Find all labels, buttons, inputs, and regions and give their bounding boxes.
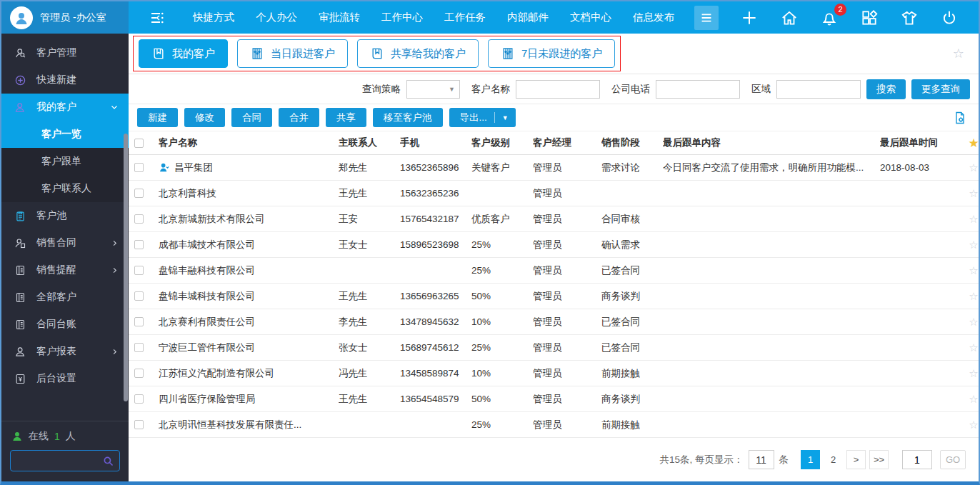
row-checkbox[interactable] — [134, 240, 144, 249]
export-button[interactable]: 导出... ▼ — [449, 108, 516, 127]
table-row[interactable]: 盘锦丰城科技有限公司王先生1365696326550%管理员商务谈判☆ — [129, 284, 979, 309]
nav-item[interactable]: 文档中心 — [570, 11, 611, 24]
page-size-box[interactable]: 11 — [749, 450, 774, 469]
sidebar-scrollbar[interactable] — [124, 134, 128, 401]
table-row[interactable]: 北京明讯恒基科技发展有限责任...25%管理员前期接触☆ — [129, 412, 979, 438]
action-button[interactable]: 合并 — [279, 108, 319, 127]
action-button[interactable]: 新建 — [137, 108, 178, 127]
nav-item[interactable]: 快捷方式 — [193, 11, 234, 24]
nav-item[interactable]: 个人办公 — [256, 11, 297, 24]
row-checkbox[interactable] — [134, 266, 144, 275]
search-button[interactable]: 搜索 — [866, 79, 906, 99]
nav-item[interactable]: 信息发布 — [633, 11, 674, 24]
row-star-icon[interactable]: ☆ — [964, 316, 980, 329]
sidebar-item[interactable]: 全部客户 — [1, 284, 129, 311]
sidebar-item[interactable]: 客户管理 — [1, 39, 129, 66]
company-phone-input[interactable] — [656, 80, 740, 99]
action-button[interactable]: 共享 — [326, 108, 366, 127]
table-row[interactable]: 江苏恒义汽配制造有限公司冯先生1345858987410%管理员前期接触☆ — [129, 361, 979, 386]
select-all-checkbox[interactable] — [134, 139, 144, 148]
region-input[interactable] — [776, 80, 861, 99]
action-button[interactable]: 移至客户池 — [373, 108, 443, 127]
bell-icon[interactable]: 2 — [820, 9, 839, 27]
customer-icon — [14, 47, 26, 59]
sidebar-item[interactable]: 销售提醒 — [1, 256, 129, 284]
stage-cell: 需求讨论 — [601, 161, 663, 174]
row-star-icon[interactable]: ☆ — [964, 341, 980, 354]
tab-button[interactable]: 7日未跟进的客户 — [488, 39, 615, 68]
table-row[interactable]: 四川省医疗保险管理局王先生1365454857950%管理员商务谈判☆ — [129, 386, 979, 412]
table-row[interactable]: 成都丰城技术有限公司王女士1589652369825%管理员确认需求☆ — [129, 232, 979, 258]
plus-icon[interactable] — [740, 9, 759, 27]
sidebar-item[interactable]: 我的客户 — [1, 94, 129, 121]
tab-button[interactable]: 我的客户 — [139, 39, 228, 68]
row-checkbox[interactable] — [134, 343, 144, 352]
tab-button[interactable]: 当日跟进客户 — [237, 39, 348, 68]
action-button[interactable]: 修改 — [184, 108, 225, 127]
strategy-select[interactable]: ▼ — [406, 80, 460, 99]
sidebar-search-input[interactable] — [11, 456, 102, 466]
nav-item[interactable]: 审批流转 — [319, 11, 360, 24]
table-row[interactable]: 北京赛利有限责任公司李先生1347894563210%管理员已签合同☆ — [129, 309, 979, 335]
sidebar-subitem[interactable]: 客户跟单 — [1, 148, 129, 175]
star-column-header-icon[interactable]: ★ — [964, 136, 980, 151]
row-checkbox[interactable] — [134, 369, 144, 378]
apps-icon[interactable] — [860, 9, 879, 27]
row-star-icon[interactable]: ☆ — [964, 419, 980, 431]
sidebar-item[interactable]: 客户池 — [1, 202, 129, 229]
sidebar-item[interactable]: 快速新建 — [1, 66, 129, 94]
row-checkbox[interactable] — [134, 163, 144, 172]
nav-item[interactable]: 工作任务 — [444, 11, 486, 24]
row-star-icon[interactable]: ☆ — [964, 239, 980, 251]
nav-item[interactable]: 工作中心 — [381, 11, 423, 24]
search-icon[interactable] — [102, 455, 114, 467]
more-menu-button[interactable] — [694, 6, 719, 30]
tab-button[interactable]: 共享给我的客户 — [357, 39, 479, 68]
collapse-menu-icon[interactable] — [149, 9, 166, 26]
row-star-icon[interactable]: ☆ — [964, 290, 980, 303]
export-settings-icon[interactable] — [953, 111, 967, 125]
user-panel[interactable]: 管理员 -办公室 — [1, 1, 129, 34]
table-row[interactable]: 盘锦丰融科技有限公司25%管理员已签合同☆ — [129, 258, 979, 284]
row-checkbox[interactable] — [134, 189, 144, 198]
favorite-star-icon[interactable]: ☆ — [953, 46, 964, 61]
table-row[interactable]: 宁波巨工管件有限公司张女士1568974561225%管理员已签合同☆ — [129, 335, 979, 361]
note-cell: 今日同客户交流了使用需求，明确所用功能模... — [663, 161, 880, 174]
user-avatar[interactable] — [10, 6, 33, 29]
go-button[interactable]: GO — [940, 450, 966, 469]
sidebar-item[interactable]: 合同台账 — [1, 311, 129, 338]
row-checkbox[interactable] — [134, 394, 144, 404]
page-button[interactable]: 2 — [824, 450, 843, 469]
more-search-button[interactable]: 更多查询 — [911, 79, 970, 99]
next-page-button[interactable]: > — [846, 450, 866, 469]
sidebar-subitem[interactable]: 客户联系人 — [1, 175, 129, 202]
row-star-icon[interactable]: ☆ — [964, 264, 980, 277]
nav-item[interactable]: 内部邮件 — [507, 11, 549, 24]
table-row[interactable]: 北京新城新技术有限公司王安15765432187优质客户管理员合同审核☆ — [129, 206, 979, 232]
row-star-icon[interactable]: ☆ — [964, 367, 980, 380]
goto-page-input[interactable] — [902, 450, 932, 469]
row-star-icon[interactable]: ☆ — [964, 187, 980, 200]
page-button[interactable]: 1 — [801, 450, 820, 469]
sidebar-item[interactable]: 销售合同 — [1, 229, 129, 256]
sidebar-item[interactable]: 客户报表 — [1, 338, 129, 365]
table-row[interactable]: 昌平集团郑先生13652365896关键客户管理员需求讨论今日同客户交流了使用需… — [129, 155, 979, 181]
row-checkbox[interactable] — [134, 291, 144, 301]
home-icon[interactable] — [780, 9, 799, 27]
sidebar-subitem[interactable]: 客户一览 — [1, 121, 129, 148]
shirt-icon[interactable] — [900, 9, 919, 27]
last-page-button[interactable]: >> — [869, 450, 889, 469]
row-star-icon[interactable]: ☆ — [964, 161, 980, 174]
row-checkbox[interactable] — [134, 317, 144, 326]
customer-name-input[interactable] — [516, 80, 600, 99]
page-buttons: 12>>> — [801, 450, 889, 469]
export-label: 导出... — [460, 111, 487, 124]
action-button[interactable]: 合同 — [231, 108, 272, 127]
power-icon[interactable] — [940, 9, 959, 27]
row-star-icon[interactable]: ☆ — [964, 213, 980, 226]
row-star-icon[interactable]: ☆ — [964, 393, 980, 406]
row-checkbox[interactable] — [134, 420, 144, 429]
sidebar-item[interactable]: 后台设置 — [1, 365, 129, 392]
table-row[interactable]: 北京利普科技王先生15632365236管理员☆ — [129, 181, 979, 206]
row-checkbox[interactable] — [134, 214, 144, 224]
